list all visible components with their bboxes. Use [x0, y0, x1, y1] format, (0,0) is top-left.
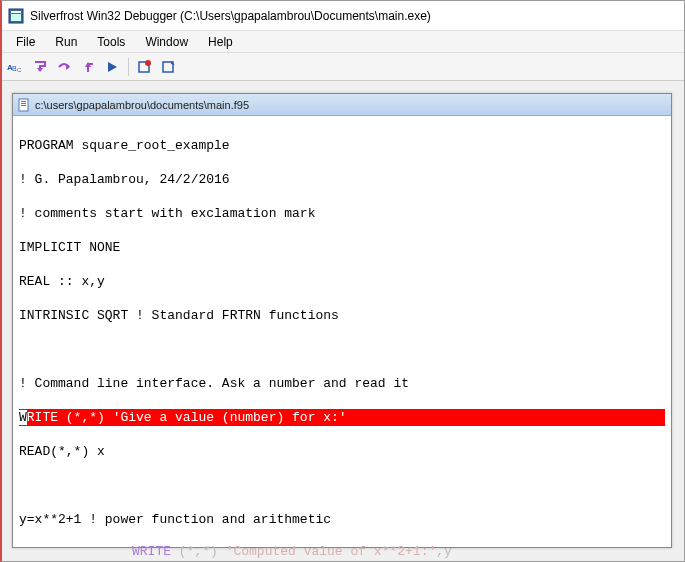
- menubar: File Run Tools Window Help: [2, 31, 684, 53]
- code-line: REAL :: x,y: [19, 273, 665, 290]
- svg-point-7: [145, 60, 151, 66]
- code-line: ! G. Papalambrou, 24/2/2016: [19, 171, 665, 188]
- workspace: c:\users\gpapalambrou\documents\main.f95…: [2, 81, 684, 561]
- menu-run[interactable]: Run: [45, 33, 87, 51]
- code-line: READ(*,*) x: [19, 443, 665, 460]
- code-line: IMPLICIT NONE: [19, 239, 665, 256]
- svg-rect-12: [21, 105, 26, 106]
- code-line: [19, 341, 665, 358]
- window-titlebar: Silverfrost Win32 Debugger (C:\Users\gpa…: [2, 1, 684, 31]
- current-line: WRITE (*,*) 'Give a value (number) for x…: [19, 409, 665, 426]
- app-icon: [8, 8, 24, 24]
- step-over-button[interactable]: [54, 57, 74, 77]
- svg-rect-10: [21, 101, 26, 102]
- step-out-button[interactable]: [78, 57, 98, 77]
- source-title: c:\users\gpapalambrou\documents\main.f95: [35, 99, 249, 111]
- breakpoint-button[interactable]: [135, 57, 155, 77]
- source-window: c:\users\gpapalambrou\documents\main.f95…: [12, 93, 672, 548]
- menu-file[interactable]: File: [6, 33, 45, 51]
- code-line: INTRINSIC SQRT ! Standard FRTRN function…: [19, 307, 665, 324]
- svg-rect-1: [11, 11, 21, 13]
- code-line: ! comments start with exclamation mark: [19, 205, 665, 222]
- code-line: ! Command line interface. Ask a number a…: [19, 375, 665, 392]
- source-titlebar[interactable]: c:\users\gpapalambrou\documents\main.f95: [13, 94, 671, 116]
- code-area[interactable]: PROGRAM square_root_example ! G. Papalam…: [13, 116, 671, 547]
- toolbar-separator: [128, 58, 129, 76]
- svg-rect-2: [11, 14, 21, 21]
- menu-tools[interactable]: Tools: [87, 33, 135, 51]
- background-code-line: WRITE (*,*) 'Computed value of x**2+1:',…: [132, 544, 452, 559]
- code-line: PROGRAM square_root_example: [19, 137, 665, 154]
- step-into-button[interactable]: [30, 57, 50, 77]
- cursor-char: W: [19, 410, 27, 425]
- menu-help[interactable]: Help: [198, 33, 243, 51]
- toolbar: ABC: [2, 53, 684, 81]
- code-line: [19, 477, 665, 494]
- window-title: Silverfrost Win32 Debugger (C:\Users\gpa…: [30, 9, 431, 23]
- menu-window[interactable]: Window: [135, 33, 198, 51]
- run-button[interactable]: [102, 57, 122, 77]
- document-icon: [17, 98, 31, 112]
- code-line: y=x**2+1 ! power function and arithmetic: [19, 511, 665, 528]
- cursor-button[interactable]: [159, 57, 179, 77]
- abc-button[interactable]: ABC: [6, 57, 26, 77]
- svg-rect-11: [21, 103, 26, 104]
- svg-text:C: C: [17, 67, 22, 73]
